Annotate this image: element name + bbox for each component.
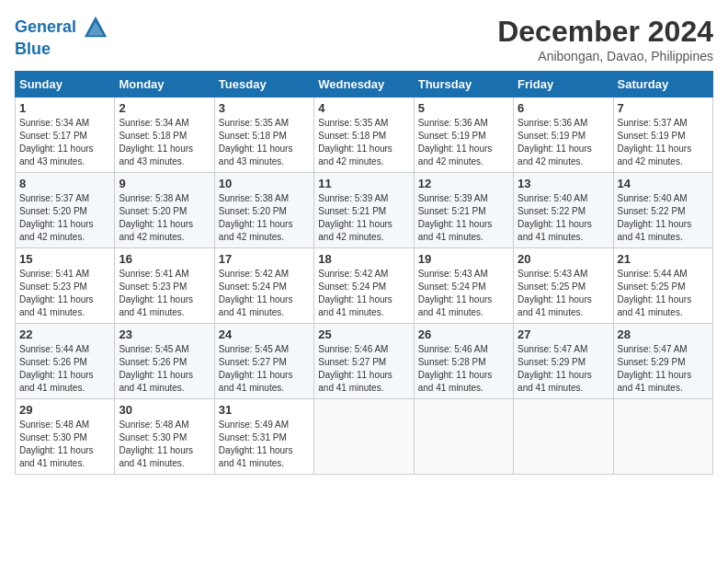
day-number: 27	[518, 327, 609, 341]
day-number: 30	[119, 403, 210, 417]
calendar-cell: 26 Sunrise: 5:46 AM Sunset: 5:28 PM Dayl…	[414, 324, 513, 399]
cell-info: Sunrise: 5:38 AM Sunset: 5:20 PM Dayligh…	[119, 192, 210, 244]
calendar-cell	[514, 399, 613, 475]
day-number: 29	[19, 403, 110, 417]
day-number: 17	[219, 252, 310, 266]
day-number: 11	[318, 177, 409, 190]
calendar-row: 22 Sunrise: 5:44 AM Sunset: 5:26 PM Dayl…	[16, 324, 713, 399]
day-number: 13	[518, 177, 609, 190]
calendar-cell: 1 Sunrise: 5:34 AM Sunset: 5:17 PM Dayli…	[16, 98, 115, 173]
cell-info: Sunrise: 5:45 AM Sunset: 5:26 PM Dayligh…	[119, 343, 210, 395]
cell-info: Sunrise: 5:45 AM Sunset: 5:27 PM Dayligh…	[219, 343, 310, 395]
cell-info: Sunrise: 5:35 AM Sunset: 5:18 PM Dayligh…	[318, 117, 409, 168]
col-saturday: Saturday	[613, 72, 712, 98]
calendar-cell	[314, 399, 414, 475]
calendar-cell: 5 Sunrise: 5:36 AM Sunset: 5:19 PM Dayli…	[414, 98, 513, 173]
calendar-cell: 12 Sunrise: 5:39 AM Sunset: 5:21 PM Dayl…	[414, 173, 513, 248]
day-number: 16	[119, 252, 210, 266]
calendar-cell: 28 Sunrise: 5:47 AM Sunset: 5:29 PM Dayl…	[613, 324, 712, 399]
calendar-cell: 27 Sunrise: 5:47 AM Sunset: 5:29 PM Dayl…	[514, 324, 613, 399]
calendar-cell: 19 Sunrise: 5:43 AM Sunset: 5:24 PM Dayl…	[414, 248, 513, 324]
cell-info: Sunrise: 5:40 AM Sunset: 5:22 PM Dayligh…	[618, 192, 709, 244]
calendar-row: 8 Sunrise: 5:37 AM Sunset: 5:20 PM Dayli…	[16, 173, 713, 248]
cell-info: Sunrise: 5:49 AM Sunset: 5:31 PM Dayligh…	[219, 419, 310, 470]
day-number: 7	[618, 101, 709, 115]
cell-info: Sunrise: 5:34 AM Sunset: 5:17 PM Dayligh…	[19, 117, 110, 168]
day-number: 1	[19, 101, 110, 115]
calendar-cell: 11 Sunrise: 5:39 AM Sunset: 5:21 PM Dayl…	[314, 173, 414, 248]
title-area: December 2024 Anibongan, Davao, Philippi…	[497, 15, 713, 63]
cell-info: Sunrise: 5:44 AM Sunset: 5:26 PM Dayligh…	[19, 343, 110, 395]
day-number: 18	[318, 252, 409, 266]
day-number: 26	[418, 327, 509, 341]
day-number: 21	[618, 252, 709, 266]
day-number: 10	[219, 177, 310, 190]
cell-info: Sunrise: 5:40 AM Sunset: 5:22 PM Dayligh…	[518, 192, 609, 244]
calendar-cell: 4 Sunrise: 5:35 AM Sunset: 5:18 PM Dayli…	[314, 98, 414, 173]
cell-info: Sunrise: 5:47 AM Sunset: 5:29 PM Dayligh…	[618, 343, 709, 395]
day-number: 31	[219, 403, 310, 417]
header: General Blue December 2024 Anibongan, Da…	[15, 15, 713, 63]
calendar-table: Sunday Monday Tuesday Wednesday Thursday…	[15, 71, 713, 475]
cell-info: Sunrise: 5:34 AM Sunset: 5:18 PM Dayligh…	[119, 117, 210, 168]
calendar-cell: 20 Sunrise: 5:43 AM Sunset: 5:25 PM Dayl…	[514, 248, 613, 324]
day-number: 28	[618, 327, 709, 341]
cell-info: Sunrise: 5:43 AM Sunset: 5:24 PM Dayligh…	[418, 268, 509, 319]
cell-info: Sunrise: 5:47 AM Sunset: 5:29 PM Dayligh…	[518, 343, 609, 395]
calendar-cell: 15 Sunrise: 5:41 AM Sunset: 5:23 PM Dayl…	[16, 248, 115, 324]
col-wednesday: Wednesday	[314, 72, 414, 98]
calendar-cell: 2 Sunrise: 5:34 AM Sunset: 5:18 PM Dayli…	[115, 98, 214, 173]
location: Anibongan, Davao, Philippines	[497, 49, 713, 63]
calendar-cell: 30 Sunrise: 5:48 AM Sunset: 5:30 PM Dayl…	[115, 399, 214, 475]
logo: General Blue	[15, 15, 108, 59]
month-year: December 2024	[497, 15, 713, 49]
calendar-cell: 8 Sunrise: 5:37 AM Sunset: 5:20 PM Dayli…	[16, 173, 115, 248]
day-number: 14	[618, 177, 709, 190]
cell-info: Sunrise: 5:46 AM Sunset: 5:27 PM Dayligh…	[318, 343, 409, 395]
cell-info: Sunrise: 5:42 AM Sunset: 5:24 PM Dayligh…	[318, 268, 409, 319]
calendar-cell: 17 Sunrise: 5:42 AM Sunset: 5:24 PM Dayl…	[214, 248, 313, 324]
cell-info: Sunrise: 5:37 AM Sunset: 5:19 PM Dayligh…	[618, 117, 709, 168]
calendar-cell: 31 Sunrise: 5:49 AM Sunset: 5:31 PM Dayl…	[214, 399, 313, 475]
day-number: 8	[19, 177, 110, 190]
calendar-cell: 7 Sunrise: 5:37 AM Sunset: 5:19 PM Dayli…	[613, 98, 712, 173]
col-friday: Friday	[514, 72, 613, 98]
day-number: 19	[418, 252, 509, 266]
day-number: 22	[19, 327, 110, 341]
cell-info: Sunrise: 5:43 AM Sunset: 5:25 PM Dayligh…	[518, 268, 609, 319]
day-number: 20	[518, 252, 609, 266]
calendar-cell: 3 Sunrise: 5:35 AM Sunset: 5:18 PM Dayli…	[214, 98, 313, 173]
day-number: 4	[318, 101, 409, 115]
calendar-cell: 18 Sunrise: 5:42 AM Sunset: 5:24 PM Dayl…	[314, 248, 414, 324]
calendar-cell: 22 Sunrise: 5:44 AM Sunset: 5:26 PM Dayl…	[16, 324, 115, 399]
calendar-cell: 29 Sunrise: 5:48 AM Sunset: 5:30 PM Dayl…	[16, 399, 115, 475]
calendar-cell: 9 Sunrise: 5:38 AM Sunset: 5:20 PM Dayli…	[115, 173, 214, 248]
calendar-row: 15 Sunrise: 5:41 AM Sunset: 5:23 PM Dayl…	[16, 248, 713, 324]
day-number: 5	[418, 101, 509, 115]
calendar-cell: 14 Sunrise: 5:40 AM Sunset: 5:22 PM Dayl…	[613, 173, 712, 248]
cell-info: Sunrise: 5:36 AM Sunset: 5:19 PM Dayligh…	[418, 117, 509, 168]
calendar-cell: 21 Sunrise: 5:44 AM Sunset: 5:25 PM Dayl…	[613, 248, 712, 324]
cell-info: Sunrise: 5:46 AM Sunset: 5:28 PM Dayligh…	[418, 343, 509, 395]
calendar-cell: 25 Sunrise: 5:46 AM Sunset: 5:27 PM Dayl…	[314, 324, 414, 399]
col-tuesday: Tuesday	[214, 72, 313, 98]
calendar-cell: 6 Sunrise: 5:36 AM Sunset: 5:19 PM Dayli…	[514, 98, 613, 173]
col-monday: Monday	[115, 72, 214, 98]
calendar-cell	[613, 399, 712, 475]
day-number: 9	[119, 177, 210, 190]
calendar-cell: 13 Sunrise: 5:40 AM Sunset: 5:22 PM Dayl…	[514, 173, 613, 248]
calendar-cell	[414, 399, 513, 475]
day-number: 12	[418, 177, 509, 190]
calendar-cell: 10 Sunrise: 5:38 AM Sunset: 5:20 PM Dayl…	[214, 173, 313, 248]
cell-info: Sunrise: 5:37 AM Sunset: 5:20 PM Dayligh…	[19, 192, 110, 244]
cell-info: Sunrise: 5:41 AM Sunset: 5:23 PM Dayligh…	[119, 268, 210, 319]
calendar-cell: 16 Sunrise: 5:41 AM Sunset: 5:23 PM Dayl…	[115, 248, 214, 324]
day-number: 23	[119, 327, 210, 341]
day-number: 25	[318, 327, 409, 341]
col-sunday: Sunday	[16, 72, 115, 98]
col-thursday: Thursday	[414, 72, 513, 98]
calendar-row: 1 Sunrise: 5:34 AM Sunset: 5:17 PM Dayli…	[16, 98, 713, 173]
day-number: 2	[119, 101, 210, 115]
day-number: 3	[219, 101, 310, 115]
cell-info: Sunrise: 5:42 AM Sunset: 5:24 PM Dayligh…	[219, 268, 310, 319]
